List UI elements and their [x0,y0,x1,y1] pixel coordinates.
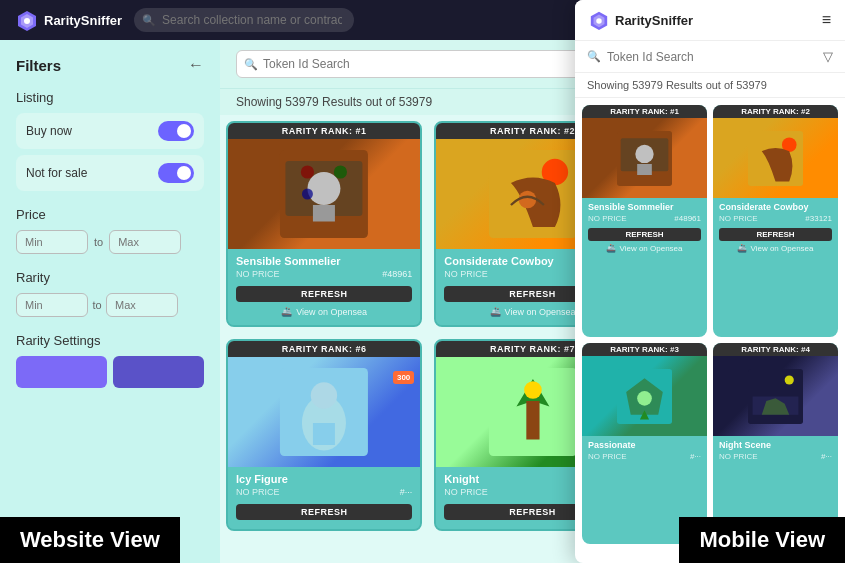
svg-point-35 [785,375,794,384]
boost-badge-6: 300 [393,371,414,384]
rarity-range-to: to [92,299,101,311]
mobile-price-1: NO PRICE [588,214,627,223]
svg-point-8 [334,165,347,178]
nft-name-6: Icy Figure [236,473,412,485]
nft-art-1 [247,150,401,238]
mobile-menu-button[interactable]: ≡ [822,11,831,29]
mobile-logo-text: RaritySniffer [615,13,693,28]
mobile-info-3: Passionate NO PRICE #··· [582,436,707,465]
rarity-settings-btn-1[interactable] [16,356,107,388]
not-for-sale-toggle[interactable] [158,163,194,183]
nav-search-icon: 🔍 [142,14,156,27]
mobile-id-1: #48961 [674,214,701,223]
svg-point-7 [301,165,314,178]
nft-price-1: NO PRICE [236,269,280,279]
sidebar: Filters ← Listing Buy now Not for sale P… [0,40,220,563]
opensea-btn-1[interactable]: 🚢 View on Opensea [236,305,412,319]
mobile-card-1: RARITY RANK: #1 Sensible Sommelier NO PR… [582,105,707,337]
mobile-price-3: NO PRICE [588,452,627,461]
mobile-name-3: Passionate [588,440,701,450]
nft-price-row-1: NO PRICE #48961 [236,269,412,279]
mobile-search-icon: 🔍 [587,50,601,63]
mobile-refresh-2[interactable]: REFRESH [719,228,832,241]
listing-label: Listing [16,90,204,105]
price-range-to: to [94,236,103,248]
svg-point-12 [518,191,536,209]
sidebar-title: Filters [16,57,61,74]
mobile-art-2 [748,131,803,186]
refresh-btn-1[interactable]: REFRESH [236,286,412,302]
nav-logo[interactable]: RaritySniffer [16,9,122,31]
mobile-cards-grid: RARITY RANK: #1 Sensible Sommelier NO PR… [575,98,845,551]
refresh-btn-6[interactable]: REFRESH [236,504,412,520]
rarity-settings-btn-2[interactable] [113,356,204,388]
svg-point-2 [24,18,30,24]
svg-rect-29 [637,164,652,175]
svg-point-22 [524,381,542,399]
not-for-sale-toggle-row: Not for sale [16,155,204,191]
svg-rect-6 [313,205,335,222]
sidebar-rarity-settings-section: Rarity Settings [16,333,204,388]
sidebar-price-section: Price to [16,207,204,254]
mobile-id-3: #··· [690,452,701,461]
rarity-range-row: to [16,293,204,317]
svg-point-28 [635,144,653,162]
mobile-opensea-2[interactable]: 🚢 View on Opensea [719,243,832,254]
svg-rect-21 [526,401,539,440]
mobile-rarity-4: RARITY RANK: #4 [713,343,838,356]
content-search-icon: 🔍 [244,58,258,71]
rarity-min-input[interactable] [16,293,88,317]
mobile-opensea-1[interactable]: 🚢 View on Opensea [588,243,701,254]
mobile-view-label: Mobile View [679,517,845,563]
mobile-logo: RaritySniffer [589,10,693,30]
mobile-info-4: Night Scene NO PRICE #··· [713,436,838,465]
mobile-filter-icon[interactable]: ▽ [823,49,833,64]
mobile-img-3 [582,356,707,436]
mobile-art-3 [617,369,672,424]
not-for-sale-label: Not for sale [26,166,87,180]
mobile-search-bar: 🔍 ▽ [575,41,845,73]
mobile-price-row-3: NO PRICE #··· [588,452,701,461]
buy-now-label: Buy now [26,124,72,138]
mobile-id-4: #··· [821,452,832,461]
sidebar-back-button[interactable]: ← [188,56,204,74]
main-layout: Filters ← Listing Buy now Not for sale P… [0,40,845,563]
nav-search-input[interactable] [134,8,354,32]
nft-id-6: #··· [400,487,413,497]
logo-icon [16,9,38,31]
mobile-img-2 [713,118,838,198]
rarity-badge-6: RARITY RANK: #6 [228,341,420,357]
mobile-card-4: RARITY RANK: #4 Night Scene NO PRICE #··… [713,343,838,544]
mobile-art-4 [748,369,803,424]
price-range-row: to [16,230,204,254]
price-min-input[interactable] [16,230,88,254]
mobile-rarity-1: RARITY RANK: #1 [582,105,707,118]
rarity-max-input[interactable] [106,293,178,317]
nav-search-wrapper: 🔍 [134,8,354,32]
nft-price-7: NO PRICE [444,487,488,497]
mobile-refresh-1[interactable]: REFRESH [588,228,701,241]
opensea-icon-1: 🚢 [281,307,292,317]
rarity-label: Rarity [16,270,204,285]
mobile-name-4: Night Scene [719,440,832,450]
mobile-img-1 [582,118,707,198]
mobile-info-1: Sensible Sommelier NO PRICE #48961 REFRE… [582,198,707,258]
svg-point-5 [308,172,341,205]
sidebar-rarity-section: Rarity to [16,270,204,317]
nft-card-1: RARITY RANK: #1 Sensible Sommelier [226,121,422,327]
mobile-overlay: RaritySniffer ≡ 🔍 ▽ Showing 53979 Result… [575,0,845,563]
mobile-price-row-2: NO PRICE #33121 [719,214,832,223]
mobile-img-4 [713,356,838,436]
nft-id-1: #48961 [382,269,412,279]
price-max-input[interactable] [109,230,181,254]
mobile-search-input[interactable] [607,50,817,64]
mobile-results-text: Showing 53979 Results out of 53979 [575,73,845,98]
nft-price-row-6: NO PRICE #··· [236,487,412,497]
buy-now-toggle[interactable] [158,121,194,141]
mobile-rarity-3: RARITY RANK: #3 [582,343,707,356]
nft-image-1 [228,139,420,249]
mobile-art-1 [617,131,672,186]
svg-point-9 [302,189,313,200]
mobile-price-2: NO PRICE [719,214,758,223]
mobile-price-4: NO PRICE [719,452,758,461]
